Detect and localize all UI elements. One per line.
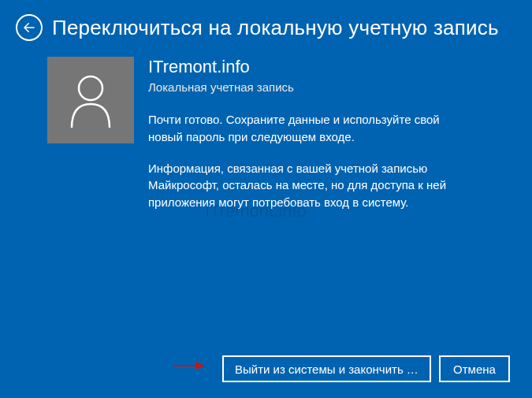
username: ITremont.info	[148, 57, 473, 77]
info-paragraph-1: Почти готово. Сохраните данные и использ…	[148, 111, 473, 146]
svg-point-0	[79, 76, 102, 100]
svg-marker-2	[195, 362, 205, 370]
account-type-label: Локальная учетная запись	[148, 80, 473, 94]
avatar	[47, 57, 134, 143]
back-button[interactable]	[16, 14, 43, 41]
sign-out-finish-button[interactable]: Выйти из системы и закончить р...	[222, 355, 431, 382]
arrow-left-icon	[22, 20, 36, 35]
user-icon	[67, 71, 114, 129]
cancel-button[interactable]: Отмена	[439, 355, 510, 382]
page-title: Переключиться на локальную учетную запис…	[52, 16, 499, 40]
annotation-arrow	[173, 360, 205, 374]
info-paragraph-2: Информация, связанная с вашей учетной за…	[148, 160, 473, 211]
